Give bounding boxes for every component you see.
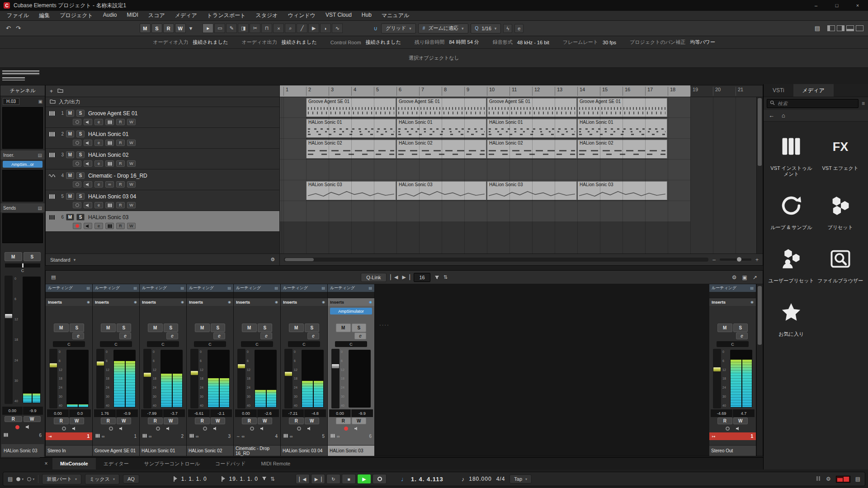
pan-control[interactable]: C — [288, 341, 320, 347]
inserts-rack[interactable]: Inserts◉ — [281, 298, 327, 306]
menu-item-4[interactable]: MIDI — [122, 12, 143, 19]
edit-channel-button[interactable]: e — [72, 333, 84, 339]
channel-name[interactable]: Stereo In — [46, 445, 92, 456]
edit-channel-button[interactable]: e — [307, 333, 319, 339]
routing-rack[interactable]: ルーティング▤ — [93, 284, 139, 292]
record-enable-button[interactable] — [73, 223, 81, 229]
menu-item-3[interactable]: Audio — [98, 12, 122, 19]
back-icon[interactable]: ← — [769, 112, 774, 119]
peak-value[interactable]: -2.1 — [210, 409, 232, 417]
record-enable-button[interactable] — [203, 427, 207, 431]
peak-value[interactable]: -4.8 — [304, 409, 326, 417]
read-button[interactable]: R — [116, 202, 125, 208]
record-enable-button[interactable] — [726, 427, 730, 431]
left-locator-flag[interactable] — [174, 476, 178, 482]
track-5[interactable]: 5 M S HALion Sonic 03 04 e R W — [46, 190, 279, 211]
inspector-tab-channel[interactable]: チャンネル — [0, 85, 45, 96]
menu-item-8[interactable]: スタジオ — [251, 12, 283, 19]
arrangement-area[interactable]: Groove Agent SE 01 Groove Agent SE 01 Gr… — [280, 97, 756, 253]
read-button[interactable]: R — [195, 418, 210, 424]
mixer-strip-7[interactable]: ルーティング▤ Inserts◉ M S e C 061218243040 -4… — [709, 284, 756, 456]
signature-display[interactable]: 4/4 — [496, 476, 505, 482]
track-mute-button[interactable]: M — [66, 172, 74, 179]
tool-play[interactable]: ▶ — [308, 23, 319, 33]
record-enable-button[interactable] — [297, 427, 301, 431]
record-enable-button[interactable] — [73, 140, 81, 146]
pan-control[interactable]: C — [335, 341, 367, 347]
record-enable-button[interactable] — [109, 427, 113, 431]
midi-part[interactable]: HALion Sonic 03 — [487, 181, 577, 200]
read-button[interactable]: R — [289, 418, 304, 424]
track-lane[interactable] — [280, 160, 690, 180]
edit-channel-button[interactable]: e — [94, 223, 103, 229]
write-button[interactable]: W — [127, 160, 136, 167]
monitor-button[interactable] — [84, 202, 92, 208]
monitor-button[interactable] — [84, 223, 92, 229]
io-folder-track[interactable]: 入力/出力 — [46, 97, 279, 107]
tempo-display[interactable]: 180.000 — [469, 476, 491, 482]
global-w-button[interactable]: W — [175, 23, 186, 33]
fader-value[interactable]: 0.00 — [47, 409, 69, 417]
mixer-strip-1[interactable]: ルーティング▤ Inserts◉ M S e C 061218243040 1.… — [93, 284, 140, 456]
pan-control[interactable]: C — [100, 341, 132, 347]
routing-slot[interactable] — [234, 292, 280, 298]
snap-type-dropdown[interactable]: グリッド ▾ — [381, 23, 416, 33]
global-r-button[interactable]: R — [163, 23, 174, 33]
next-bank-icon[interactable]: ▶▕ — [402, 274, 410, 280]
menu-item-1[interactable]: 編集 — [34, 12, 55, 19]
instrument-icon[interactable] — [105, 202, 114, 208]
read-button[interactable]: R — [116, 119, 125, 125]
read-button[interactable]: R — [101, 418, 116, 424]
volume-fader[interactable] — [237, 349, 245, 408]
list-view-icon[interactable]: ≡ — [862, 100, 865, 107]
tool-range-select[interactable]: ▭ — [214, 23, 225, 33]
volume-fader[interactable] — [5, 276, 13, 404]
inserts-rack[interactable]: Inserts◉ — [187, 298, 233, 306]
track-solo-button[interactable]: S — [76, 151, 85, 158]
setup-toolbar-icon[interactable]: ▤ — [813, 25, 821, 32]
channel-name[interactable]: Groove Agent SE 01 — [93, 445, 139, 456]
write-button[interactable]: W — [70, 418, 85, 424]
midi-part[interactable]: HALion Sonic 03 — [396, 181, 486, 200]
tool-object-select[interactable]: ▸ — [203, 23, 213, 33]
fader-value[interactable]: -4.69 — [711, 409, 732, 417]
write-button[interactable]: W — [127, 223, 136, 229]
insert-slot-ampsimulator[interactable]: AmpSim...or — [3, 161, 42, 168]
solo-button[interactable]: S — [352, 324, 367, 332]
qlink-button[interactable]: Q-Link — [361, 273, 386, 282]
sort-icon[interactable]: ⇅ — [443, 274, 448, 280]
monitor-button[interactable] — [84, 181, 92, 188]
write-button[interactable]: W — [164, 418, 179, 424]
metronome-icon[interactable]: ♩ — [401, 475, 407, 483]
read-button[interactable]: R — [116, 181, 125, 188]
right-locator-flag[interactable] — [222, 476, 226, 482]
aq-button[interactable]: AQ — [123, 474, 139, 483]
track-name[interactable]: Cinematic - Drop 16_RD — [88, 173, 147, 179]
fader-value[interactable]: 1.76 — [94, 409, 116, 417]
instrument-icon[interactable] — [105, 119, 114, 125]
inserts-rack[interactable]: Inserts◉ — [709, 298, 756, 306]
project-vertical-scrollbar[interactable] — [756, 97, 763, 253]
pan-control[interactable]: C — [53, 341, 85, 347]
tool-comment[interactable]: ◗ — [320, 23, 331, 33]
automation-dropdown-icon[interactable]: ▾ — [188, 25, 194, 32]
gear-icon[interactable]: ⚙ — [826, 476, 831, 482]
midi-part[interactable]: Groove Agent SE 01 — [396, 98, 486, 117]
mute-button[interactable]: M — [242, 324, 257, 332]
routing-slot[interactable] — [187, 292, 233, 298]
tool-curve[interactable]: ∿ — [332, 23, 343, 33]
tool-erase[interactable]: ◨ — [238, 23, 249, 33]
title-bar[interactable]: C Cubase Elements プロジェクト - 名称未設定1 – □ × — [0, 0, 868, 11]
zoom-out-button[interactable]: – — [712, 257, 716, 263]
read-button[interactable]: R — [54, 418, 69, 424]
quantize-panel-icon[interactable]: e — [514, 24, 524, 33]
media-tile-user-presets[interactable]: ユーザープリセット — [768, 244, 815, 284]
channel-name[interactable]: HALion Sonic 02 — [187, 445, 233, 456]
inserts-rack[interactable]: Inserts◉ — [140, 298, 186, 306]
channel-preset-button[interactable]: H.03 — [3, 98, 19, 105]
fader-value[interactable]: -7.21 — [282, 409, 304, 417]
stop-button[interactable]: ■ — [342, 474, 356, 484]
global-s-button[interactable]: S — [151, 23, 162, 33]
monitor-button[interactable] — [354, 427, 359, 431]
midi-part[interactable]: Groove Agent SE 01 — [577, 98, 667, 117]
